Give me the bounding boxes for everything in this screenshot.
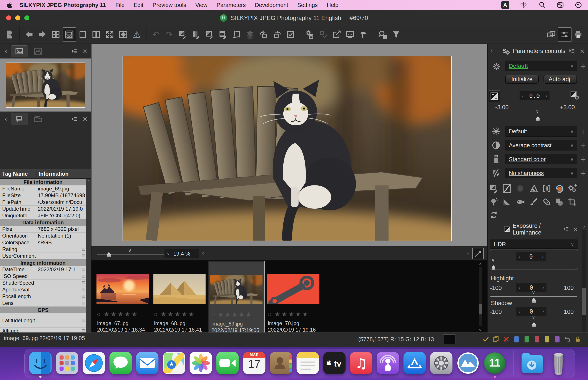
clock-icon[interactable] bbox=[574, 1, 582, 9]
tab-exif-info[interactable] bbox=[11, 113, 28, 125]
add-color-icon[interactable]: + bbox=[580, 156, 586, 163]
add-contrast-icon[interactable]: + bbox=[580, 142, 586, 149]
exposure-slider[interactable]: ∨ bbox=[490, 115, 584, 115]
redo-button[interactable]: ↷ bbox=[162, 27, 176, 42]
filmstrip-item[interactable]: ○★★★★★image_68.jpg2022/02/19 17:18:41 bbox=[151, 261, 208, 342]
highlight-slider-handle[interactable] bbox=[532, 298, 536, 303]
dock-launchpad-icon[interactable] bbox=[55, 351, 79, 375]
hdr-slider-handle[interactable] bbox=[492, 265, 495, 270]
ev-auto-icon[interactable] bbox=[570, 91, 580, 100]
table-vertical-scrollbar[interactable]: ∧∨ bbox=[86, 179, 91, 335]
dock-music-icon[interactable]: ♫ bbox=[349, 351, 373, 375]
edit-cell-button[interactable] bbox=[82, 275, 85, 278]
contrast-tool-button[interactable] bbox=[203, 27, 216, 42]
menu-settings[interactable]: Settings bbox=[297, 2, 318, 8]
initialize-button[interactable]: Initialize bbox=[505, 75, 539, 84]
contrast-icon[interactable] bbox=[491, 140, 501, 150]
contrast-dropdown[interactable]: Average contrast∨ bbox=[505, 140, 577, 151]
table-row[interactable]: FilePath/Users/admin/Docu bbox=[0, 199, 86, 206]
mark-reject-icon[interactable] bbox=[503, 336, 510, 343]
table-row[interactable]: FocalLength bbox=[0, 293, 86, 300]
mark-copy-icon[interactable] bbox=[492, 336, 500, 343]
table-row[interactable]: DateTime2022/02/19 17:1 bbox=[0, 266, 86, 273]
table-row[interactable]: ColorSpacesRGB bbox=[0, 239, 86, 246]
hdr-stepper[interactable]: ‹0› bbox=[516, 252, 546, 261]
collapse-info-icon[interactable]: ‹ bbox=[3, 115, 9, 123]
whitebalance-dropdown[interactable]: Default∨ bbox=[505, 126, 577, 137]
whitebalance-icon[interactable] bbox=[491, 127, 501, 136]
rating-stars[interactable]: ○★★★★★ bbox=[268, 310, 322, 318]
thumbnail-image[interactable] bbox=[153, 274, 206, 304]
monochrome-icon[interactable] bbox=[542, 184, 552, 193]
table-row[interactable]: Lens bbox=[0, 300, 86, 307]
dock-mail-icon[interactable] bbox=[135, 351, 159, 375]
input-source-icon[interactable]: A bbox=[501, 1, 509, 9]
highlight-slider[interactable]: ∨ bbox=[490, 296, 577, 297]
panel-menu-icon[interactable] bbox=[70, 115, 78, 123]
dock-silkypix-utility-icon[interactable] bbox=[456, 351, 480, 375]
filmstrip-item[interactable]: ○★★★★★image_69.jpg2022/02/19 17:19:05 bbox=[208, 261, 265, 342]
sphere-icon[interactable] bbox=[515, 184, 525, 193]
shadow-slider-handle[interactable] bbox=[532, 322, 536, 327]
navigator-thumbnail[interactable] bbox=[0, 58, 91, 112]
hdr-slider[interactable]: ∨ bbox=[492, 264, 576, 264]
column-information[interactable]: Information bbox=[37, 171, 91, 177]
filmcolor-tool-button[interactable] bbox=[216, 27, 230, 42]
preview-area[interactable] bbox=[92, 44, 487, 246]
dock-downloads-icon[interactable] bbox=[520, 351, 544, 375]
menu-help[interactable]: Help bbox=[327, 2, 338, 8]
table-row[interactable]: ApertureVal bbox=[0, 286, 86, 293]
print-button[interactable] bbox=[571, 27, 585, 42]
thumbnail-image[interactable] bbox=[210, 275, 262, 304]
exposure-stepper[interactable]: ‹0.0› bbox=[520, 91, 549, 100]
combination-view-button[interactable] bbox=[63, 27, 76, 42]
undo-button[interactable]: ↶ bbox=[149, 27, 162, 42]
add-whitebalance-icon[interactable]: + bbox=[580, 128, 586, 135]
table-row[interactable]: UniqueInfoJFIF YCbCr(4:2:0) bbox=[0, 212, 86, 219]
table-row[interactable]: UserComment bbox=[0, 253, 86, 260]
display-settings-button[interactable] bbox=[343, 27, 357, 42]
highlight-stepper[interactable]: ‹0› bbox=[516, 283, 547, 292]
filmstrip-item[interactable]: ○★★★★★image_70.jpg2022/02/19 17:19:16 bbox=[265, 261, 322, 342]
apple-menu-icon[interactable] bbox=[6, 1, 13, 9]
shadow-stepper[interactable]: ‹0› bbox=[516, 307, 547, 316]
layers-button[interactable] bbox=[243, 27, 257, 42]
table-row[interactable]: UpdateTime2022/02/19 17:19:0 bbox=[0, 206, 86, 212]
preview-display-button[interactable] bbox=[472, 248, 484, 259]
panel-menu-icon[interactable] bbox=[562, 226, 569, 232]
dock-safari-icon[interactable] bbox=[82, 351, 106, 375]
fine-color-icon[interactable] bbox=[529, 184, 539, 193]
add-taste-icon[interactable]: + bbox=[580, 62, 586, 70]
next-image-button[interactable] bbox=[36, 27, 49, 42]
dock-appletv-icon[interactable]: tv bbox=[322, 351, 347, 375]
mark-undo-icon[interactable] bbox=[564, 336, 571, 343]
rating-stars[interactable]: ○★★★★★ bbox=[154, 310, 208, 318]
retouch-icon[interactable] bbox=[542, 197, 552, 207]
shadow-slider[interactable]: ∨ bbox=[490, 321, 577, 321]
table-row[interactable]: FileSize17.90MB (18774698 bbox=[0, 192, 86, 199]
table-row[interactable]: OrientationNo rotation (1) bbox=[0, 232, 86, 239]
color-icon[interactable] bbox=[491, 154, 501, 164]
dock-maps-icon[interactable] bbox=[162, 351, 186, 375]
warning-display-button[interactable]: ⚠ bbox=[130, 27, 143, 42]
filmstrip-item[interactable]: ○★★★★★image_67.jpg2022/02/19 17:18:34 bbox=[94, 261, 151, 342]
table-row[interactable]: FileNameimage_69.jpg bbox=[0, 186, 86, 192]
exposure-slider-handle[interactable] bbox=[536, 116, 540, 121]
close-panel-icon[interactable]: × bbox=[82, 115, 88, 123]
menu-development[interactable]: Development bbox=[255, 2, 288, 8]
column-tag-name[interactable]: Tag Name bbox=[0, 171, 37, 177]
zoom-slider[interactable] bbox=[97, 254, 164, 254]
fullscreen-button[interactable] bbox=[103, 27, 117, 42]
preview-view-button[interactable] bbox=[76, 27, 90, 42]
mark-purple-icon[interactable] bbox=[555, 336, 560, 342]
sharpness-dropdown[interactable]: No sharpness∨ bbox=[505, 168, 577, 178]
dock-appstore-icon[interactable] bbox=[402, 351, 427, 375]
edit-cell-button[interactable] bbox=[82, 254, 85, 257]
close-panel-icon[interactable]: × bbox=[572, 226, 579, 233]
wifi-off-icon[interactable] bbox=[520, 1, 528, 9]
auto-adjust-button[interactable]: Auto adj. bbox=[544, 75, 577, 84]
tone-curve-icon[interactable] bbox=[502, 184, 512, 193]
main-photo[interactable] bbox=[122, 56, 452, 241]
table-row[interactable]: ISO Speed bbox=[0, 273, 86, 280]
dock-messages-icon[interactable] bbox=[108, 351, 133, 375]
